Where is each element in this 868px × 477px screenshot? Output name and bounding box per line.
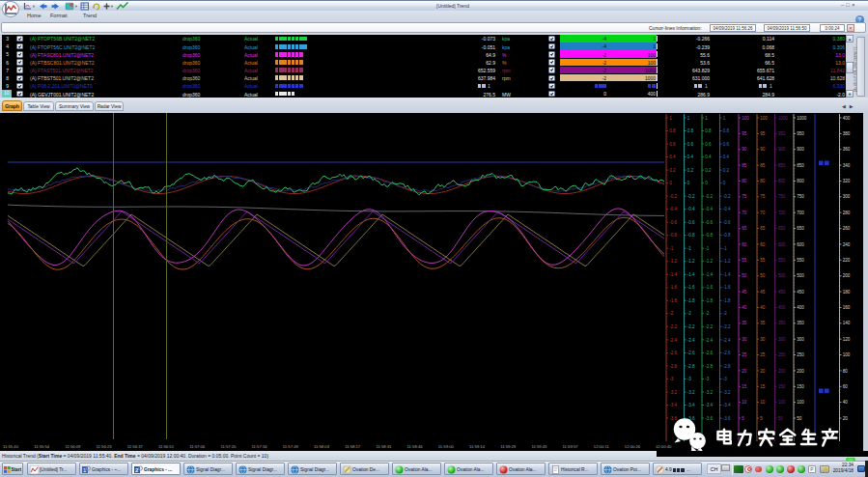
svg-text:45: 45 [760,290,766,295]
svg-text:11:59:29: 11:59:29 [500,444,517,449]
svg-text:0.2: 0.2 [723,168,730,173]
svg-text:60: 60 [760,242,766,247]
svg-text:-2.8: -2.8 [705,364,713,369]
svg-text:900: 900 [797,147,804,152]
svg-text:-3.6: -3.6 [669,416,677,421]
svg-text:120: 120 [843,337,851,342]
svg-text:-2.4: -2.4 [723,338,731,343]
svg-text:-1.8: -1.8 [705,298,713,303]
svg-text:100: 100 [742,116,749,121]
svg-text:11:58:03: 11:58:03 [314,444,330,449]
svg-text:11:57:49: 11:57:49 [283,444,299,449]
svg-text:-2.6: -2.6 [705,351,713,355]
svg-text:10: 10 [760,400,766,405]
svg-text:-1: -1 [705,246,710,251]
svg-text:100: 100 [797,400,804,405]
svg-text:-3: -3 [687,377,692,381]
svg-text:-2: -2 [669,311,674,316]
svg-text:450: 450 [797,290,804,295]
svg-text:-2: -2 [723,311,728,316]
svg-text:0: 0 [705,181,708,185]
svg-text:11:59:00: 11:59:00 [438,444,455,449]
svg-text:1: 1 [669,116,672,121]
svg-text:250: 250 [778,352,786,357]
svg-text:-1: -1 [669,246,674,251]
svg-text:11:56:23: 11:56:23 [97,444,113,449]
svg-text:0.8: 0.8 [687,128,694,133]
svg-text:-1.6: -1.6 [723,285,731,290]
svg-text:180: 180 [843,290,851,295]
svg-text:75: 75 [742,194,747,199]
svg-text:650: 650 [778,226,786,231]
svg-text:-2.6: -2.6 [723,351,731,355]
svg-text:25: 25 [742,352,747,357]
svg-text:-0.4: -0.4 [687,207,695,211]
svg-text:35: 35 [760,321,766,325]
svg-text:90: 90 [742,147,747,152]
svg-text:-0.4: -0.4 [705,207,713,211]
svg-text:0: 0 [669,181,672,185]
svg-text:-0.4: -0.4 [669,207,677,211]
svg-text:11:59:43: 11:59:43 [531,444,547,449]
svg-text:55: 55 [760,258,766,263]
svg-text:-2.8: -2.8 [723,364,731,369]
svg-text:-3.2: -3.2 [669,390,677,395]
svg-text:30: 30 [742,337,747,342]
svg-text:95: 95 [742,131,747,136]
svg-text:600: 600 [797,242,804,247]
svg-text:-3.4: -3.4 [687,403,695,407]
svg-text:0.6: 0.6 [705,142,712,147]
svg-text:80: 80 [843,369,849,374]
svg-text:11:58:17: 11:58:17 [345,444,361,449]
svg-text:-1.2: -1.2 [723,259,731,264]
svg-text:850: 850 [797,163,804,168]
svg-text:15: 15 [760,384,766,389]
svg-text:-3.2: -3.2 [705,390,713,395]
svg-text:500: 500 [778,273,786,278]
svg-text:11:58:31: 11:58:31 [376,444,392,449]
svg-text:-0.2: -0.2 [687,194,695,199]
svg-text:250: 250 [797,352,804,357]
svg-text:-2.2: -2.2 [687,324,695,329]
svg-text:-2.6: -2.6 [669,351,677,355]
svg-text:-1.8: -1.8 [687,298,695,303]
svg-text:950: 950 [797,131,804,136]
svg-text:0.6: 0.6 [723,142,730,147]
svg-text:220: 220 [843,258,851,263]
svg-text:320: 320 [843,179,851,183]
svg-text:240: 240 [843,242,851,247]
svg-text:-0.8: -0.8 [669,233,677,238]
svg-text:85: 85 [760,163,766,168]
svg-text:-1.6: -1.6 [687,285,695,290]
svg-text:-3.4: -3.4 [723,403,731,407]
svg-text:900: 900 [778,147,786,152]
svg-text:-1.4: -1.4 [669,272,677,277]
svg-text:-2.2: -2.2 [723,324,731,329]
svg-text:-1.8: -1.8 [723,298,731,303]
svg-text:0.2: 0.2 [687,168,694,173]
svg-text:35: 35 [742,321,747,325]
svg-text:550: 550 [778,258,786,263]
svg-text:95: 95 [760,131,766,136]
svg-text:65: 65 [760,226,766,231]
svg-text:-0.2: -0.2 [723,194,731,199]
svg-text:-1.6: -1.6 [669,285,677,290]
svg-text:20: 20 [742,369,747,374]
svg-text:-2.4: -2.4 [705,338,713,343]
svg-text:-1.2: -1.2 [705,259,713,264]
svg-text:45: 45 [742,290,747,295]
svg-text:150: 150 [797,384,804,389]
svg-text:1: 1 [723,116,726,121]
svg-text:950: 950 [778,131,786,136]
svg-text:-0.2: -0.2 [669,194,677,199]
svg-text:10: 10 [742,400,747,405]
svg-text:-2.2: -2.2 [669,324,677,329]
svg-text:-0.8: -0.8 [687,233,695,238]
svg-text:-2.8: -2.8 [687,364,695,369]
svg-text:-1: -1 [687,246,692,251]
svg-text:0.2: 0.2 [705,168,712,173]
svg-text:800: 800 [778,179,786,183]
svg-text:-2.6: -2.6 [687,351,695,355]
svg-text:700: 700 [778,210,786,215]
svg-text:0.2: 0.2 [669,168,676,173]
